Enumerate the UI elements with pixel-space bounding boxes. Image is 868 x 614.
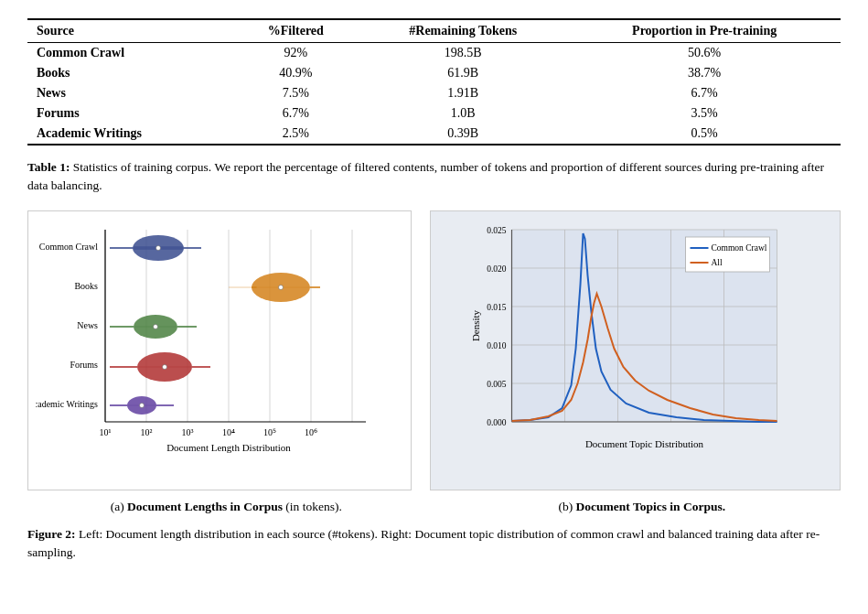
sub-caption-a-label: (a): [111, 500, 124, 513]
cell-proportion: 38.7%: [568, 63, 841, 83]
svg-text:0.005: 0.005: [487, 380, 507, 389]
cell-proportion: 0.5%: [568, 124, 841, 145]
svg-text:Density: Density: [470, 310, 481, 342]
svg-text:10¹: 10¹: [100, 427, 112, 437]
cell-tokens: 1.0B: [358, 103, 568, 124]
table-caption-label: Table 1:: [27, 160, 70, 174]
stats-table: Source %Filtered #Remaining Tokens Propo…: [27, 18, 841, 145]
col-header-tokens: #Remaining Tokens: [358, 19, 568, 43]
cell-tokens: 198.5B: [358, 43, 568, 64]
svg-point-35: [163, 365, 167, 370]
table-caption: Table 1: Statistics of training corpus. …: [27, 158, 841, 194]
sub-caption-a: (a) Document Lengths in Corpus (in token…: [27, 500, 425, 514]
cell-source: Forums: [27, 103, 233, 124]
figure-caption: Figure 2: Left: Document length distribu…: [27, 525, 841, 561]
svg-text:0.000: 0.000: [487, 418, 507, 427]
svg-text:Document Topic Distribution: Document Topic Distribution: [585, 438, 704, 449]
cell-tokens: 1.91B: [358, 83, 568, 103]
svg-text:All: All: [712, 258, 723, 267]
svg-text:Document Length Distribution: Document Length Distribution: [166, 442, 291, 453]
svg-point-34: [154, 325, 158, 329]
svg-text:Books: Books: [74, 281, 98, 291]
col-header-source: Source: [27, 19, 233, 43]
density-svg: 0.000 0.005 0.010 0.015 0.020 0.025 Dens…: [438, 221, 832, 458]
sub-caption-b: (b) Document Topics in Corpus.: [444, 500, 841, 514]
cell-filtered: 92%: [233, 43, 358, 64]
col-header-filtered: %Filtered: [233, 19, 358, 43]
cell-filtered: 40.9%: [233, 63, 358, 83]
table-row: Common Crawl92%198.5B50.6%: [27, 43, 841, 64]
violin-svg: 10¹ 10² 10³ 10⁴ 10⁵ 10⁶ Document Length …: [36, 221, 403, 458]
svg-text:0.025: 0.025: [487, 226, 507, 235]
figure-caption-label: Figure 2:: [27, 527, 76, 541]
svg-point-36: [140, 404, 145, 408]
svg-text:Academic Writings: Academic Writings: [36, 399, 98, 409]
figure-caption-text: Left: Document length distribution in ea…: [27, 527, 820, 559]
table-caption-text: Statistics of training corpus. We report…: [27, 160, 824, 192]
svg-point-33: [279, 285, 284, 290]
svg-text:0.020: 0.020: [487, 264, 507, 274]
table-row: Forums6.7%1.0B3.5%: [27, 103, 841, 124]
svg-text:10²: 10²: [141, 427, 153, 437]
svg-text:Common Crawl: Common Crawl: [39, 242, 98, 252]
col-header-proportion: Proportion in Pre-training: [568, 19, 841, 43]
table-row: Books40.9%61.9B38.7%: [27, 63, 841, 83]
table-row: Academic Writings2.5%0.39B0.5%: [27, 124, 841, 145]
cell-tokens: 0.39B: [358, 124, 568, 145]
svg-text:10⁶: 10⁶: [305, 427, 317, 437]
cell-proportion: 50.6%: [568, 43, 841, 64]
cell-tokens: 61.9B: [358, 63, 568, 83]
cell-filtered: 7.5%: [233, 83, 358, 103]
cell-proportion: 3.5%: [568, 103, 841, 124]
cell-filtered: 2.5%: [233, 124, 358, 145]
sub-captions: (a) Document Lengths in Corpus (in token…: [27, 500, 841, 514]
sub-caption-b-text: Document Topics in Corpus.: [576, 500, 726, 513]
sub-caption-a-text: Document Lengths in Corpus: [127, 500, 283, 513]
svg-text:Common Crawl: Common Crawl: [712, 243, 767, 253]
density-plot: 0.000 0.005 0.010 0.015 0.020 0.025 Dens…: [430, 210, 841, 490]
svg-rect-60: [686, 237, 770, 272]
table-row: News7.5%1.91B6.7%: [27, 83, 841, 103]
cell-source: News: [27, 83, 233, 103]
cell-source: Common Crawl: [27, 43, 233, 64]
svg-text:0.015: 0.015: [487, 303, 507, 312]
svg-text:10³: 10³: [182, 427, 194, 437]
svg-text:10⁴: 10⁴: [222, 427, 235, 437]
cell-source: Academic Writings: [27, 124, 233, 145]
cell-proportion: 6.7%: [568, 83, 841, 103]
svg-text:News: News: [77, 320, 98, 330]
sub-caption-a-suffix: (in tokens).: [283, 500, 342, 513]
violin-plot: 10¹ 10² 10³ 10⁴ 10⁵ 10⁶ Document Length …: [27, 210, 412, 490]
svg-text:0.010: 0.010: [487, 341, 507, 350]
cell-filtered: 6.7%: [233, 103, 358, 124]
svg-text:10⁵: 10⁵: [263, 427, 276, 437]
figures-row: 10¹ 10² 10³ 10⁴ 10⁵ 10⁶ Document Length …: [27, 210, 841, 490]
svg-point-32: [156, 246, 161, 251]
cell-source: Books: [27, 63, 233, 83]
sub-caption-b-label: (b): [558, 500, 573, 513]
svg-text:Forums: Forums: [70, 360, 98, 370]
